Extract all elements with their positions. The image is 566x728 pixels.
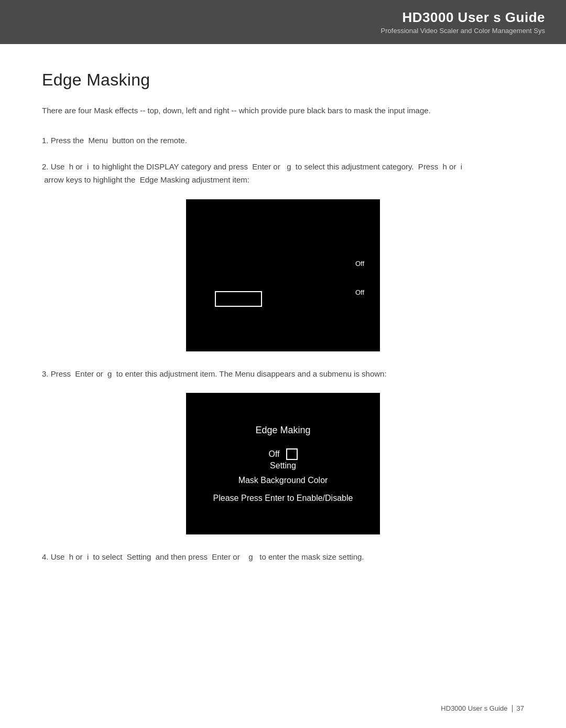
- screen2-mask-bg: Mask Background Color: [238, 476, 328, 485]
- header-subtitle: Professional Video Scaler and Color Mana…: [381, 27, 545, 35]
- step-3-number: 3.: [42, 369, 49, 378]
- screen2-title: Edge Making: [255, 425, 310, 436]
- footer-page-number: 37: [517, 704, 524, 712]
- screen2-container: Edge Making Off Setting Mask Background …: [42, 393, 524, 534]
- screen2: Edge Making Off Setting Mask Background …: [186, 393, 380, 534]
- header-title: HD3000 User s Guide: [402, 9, 545, 26]
- step-3: 3. Press Enter or g to enter this adjust…: [42, 367, 524, 535]
- step-4-number: 4.: [42, 552, 49, 561]
- screen1-off-label-2: Off: [355, 288, 364, 296]
- screen1: Off Off: [186, 199, 380, 351]
- step-4: 4. Use h or i to select Setting and then…: [42, 550, 524, 564]
- screen2-inner: Edge Making Off Setting Mask Background …: [186, 393, 380, 534]
- step-2-number: 2.: [42, 162, 49, 171]
- step-1: 1. Press the Menu button on the remote.: [42, 134, 524, 147]
- page-title: Edge Masking: [42, 70, 524, 90]
- main-content: Edge Masking There are four Mask effects…: [0, 44, 566, 618]
- step-2-text: 2. Use h or i to highlight the DISPLAY c…: [42, 160, 472, 187]
- page-header: HD3000 User s Guide Professional Video S…: [0, 0, 566, 44]
- step-3-text: 3. Press Enter or g to enter this adjust…: [42, 367, 472, 381]
- screen2-press: Please Press Enter to Enable/Disable: [213, 494, 353, 503]
- footer-guide-label: HD3000 User s Guide: [441, 704, 507, 712]
- screen1-highlight-box: [215, 291, 262, 307]
- screen1-off-label-1: Off: [355, 260, 364, 267]
- screen2-off-row: Off: [268, 448, 297, 460]
- page-footer: HD3000 User s Guide 37: [441, 704, 524, 712]
- screen2-setting: Setting: [270, 461, 296, 470]
- screen1-container: Off Off: [42, 199, 524, 351]
- screen2-checkbox: [286, 448, 298, 460]
- step-1-number: 1.: [42, 136, 49, 145]
- step-2: 2. Use h or i to highlight the DISPLAY c…: [42, 160, 524, 351]
- intro-paragraph: There are four Mask effects -- top, down…: [42, 104, 472, 117]
- step-1-text: 1. Press the Menu button on the remote.: [42, 134, 472, 147]
- step-4-text: 4. Use h or i to select Setting and then…: [42, 550, 472, 564]
- footer-divider: [512, 705, 513, 712]
- screen2-off-label: Off: [268, 449, 279, 459]
